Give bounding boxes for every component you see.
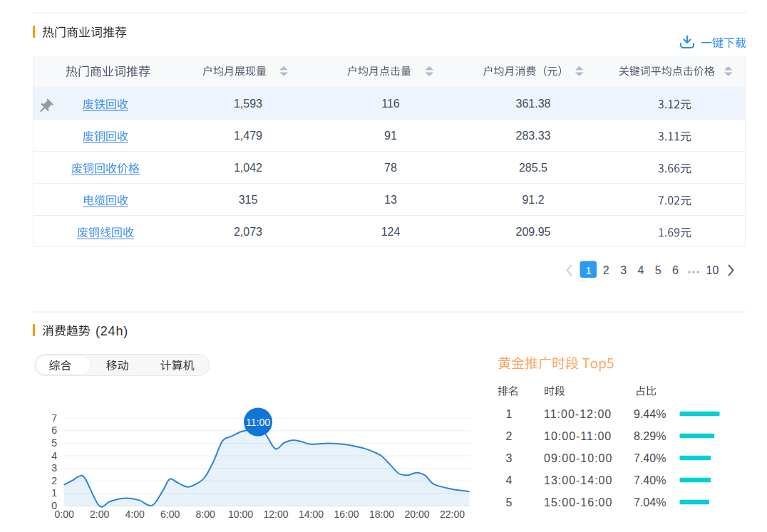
svg-text:10:00-11:00: 10:00-11:00 [544,430,612,442]
svg-text:1: 1 [585,264,592,276]
svg-text:7.40%: 7.40% [634,474,666,486]
svg-text:09:00-10:00: 09:00-10:00 [544,452,612,464]
svg-text:315: 315 [239,194,258,206]
svg-text:285.5: 285.5 [519,162,547,174]
svg-text:1,479: 1,479 [234,130,262,142]
svg-text:2: 2 [506,430,513,442]
svg-text:7.04%: 7.04% [634,496,666,508]
svg-text:13: 13 [384,194,397,206]
svg-text:1: 1 [51,487,57,499]
svg-text:5: 5 [506,496,513,508]
svg-text:1,593: 1,593 [234,98,262,110]
svg-text:4: 4 [506,474,513,486]
svg-text:3: 3 [51,462,57,474]
svg-text:5: 5 [655,264,662,276]
svg-text:7: 7 [51,412,57,424]
svg-text:3: 3 [620,264,627,276]
svg-text:91.2: 91.2 [522,194,544,206]
svg-text:10: 10 [706,264,719,276]
svg-text:13:00-14:00: 13:00-14:00 [544,474,612,486]
svg-text:4: 4 [637,264,644,276]
svg-text:5: 5 [51,437,57,449]
svg-text:78: 78 [384,162,397,174]
svg-text:3: 3 [506,452,513,464]
svg-text:2: 2 [603,264,609,276]
svg-text:(24h): (24h) [96,324,128,338]
svg-text:1: 1 [506,408,513,420]
svg-text:8.29%: 8.29% [634,430,666,442]
svg-text:22:00: 22:00 [440,508,465,520]
svg-text:124: 124 [381,226,401,238]
svg-text:0:00: 0:00 [55,508,74,520]
svg-text:361.38: 361.38 [516,98,551,110]
svg-text:14:00: 14:00 [299,508,324,520]
svg-text:11:00-12:00: 11:00-12:00 [544,408,612,420]
svg-text:8:00: 8:00 [195,508,215,520]
svg-text:11:00: 11:00 [246,417,270,428]
svg-text:15:00-16:00: 15:00-16:00 [544,496,612,508]
svg-text:116: 116 [381,98,400,110]
svg-text:91: 91 [384,130,397,142]
svg-text:9.44%: 9.44% [634,408,666,420]
svg-text:2,073: 2,073 [234,226,262,238]
svg-text:16:00: 16:00 [334,508,359,520]
svg-text:6: 6 [672,264,679,276]
svg-text:10:00: 10:00 [228,508,253,520]
svg-text:7.40%: 7.40% [634,452,666,464]
svg-text:209.95: 209.95 [516,226,551,238]
svg-text:6: 6 [51,424,57,436]
svg-text:4:00: 4:00 [125,508,145,520]
svg-text:1,042: 1,042 [234,162,262,174]
svg-text:283.33: 283.33 [516,130,551,142]
svg-text:20:00: 20:00 [404,508,429,520]
svg-text:12:00: 12:00 [264,508,289,520]
svg-text:2:00: 2:00 [90,508,109,520]
svg-text:2: 2 [51,475,57,486]
svg-text:4: 4 [51,450,57,461]
svg-text:18:00: 18:00 [369,508,394,520]
svg-text:6:00: 6:00 [160,508,180,520]
